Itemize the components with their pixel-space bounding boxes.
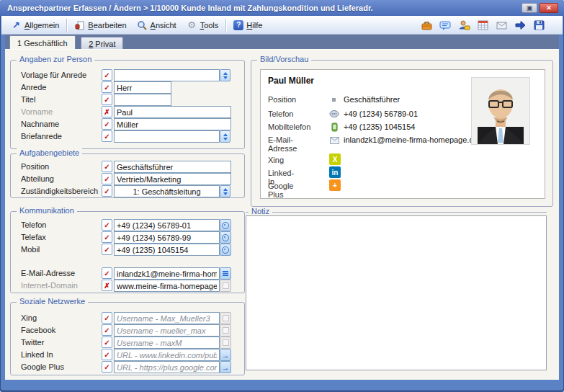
check-button[interactable] [102,161,112,172]
check-button[interactable] [102,185,112,197]
menu-label: Tools [200,21,219,30]
restore-button[interactable] [522,3,537,13]
table-icon[interactable] [476,19,489,32]
check-button[interactable] [102,94,112,105]
check-button[interactable] [102,244,112,255]
field-label: E-Mail-Adresse [21,269,75,277]
preview-value: inlandzk1@meine-firma-homepage.de [344,135,478,144]
preview-label: Mobiltelefon [268,122,310,131]
check-icon [104,270,109,277]
open-link-button[interactable] [220,361,231,373]
preview-label: Google Plus [268,182,293,199]
field-label: Google Plus [21,362,64,371]
menu-item-ansicht[interactable]: Ansicht [132,18,182,32]
phone-icon [329,110,339,119]
field-label: Position [21,162,49,171]
check-icon [104,351,109,359]
preview-value: +49 (1234) 56789-01 [344,110,418,118]
x-button[interactable] [102,280,112,291]
email-menu-button[interactable] [220,267,231,280]
check-button[interactable] [102,173,112,184]
tab-geschaeftlich[interactable]: 1 Geschäftlich [9,35,76,49]
check-icon [104,71,109,79]
dropdown-spinner[interactable] [220,185,230,197]
internet-domain-input[interactable] [114,280,220,292]
abteilung-input[interactable] [114,173,231,185]
title-bar: Ansprechpartner Erfassen / Ändern > 1/10… [0,0,564,16]
menu-label: Allgemein [24,21,59,30]
check-button[interactable] [102,324,112,336]
position-input[interactable] [114,161,231,173]
menu-label: Hilfe [246,21,262,30]
briefanrede-input[interactable] [114,130,220,143]
check-icon [104,163,109,171]
anrede-input[interactable] [114,81,171,94]
dial-button[interactable] [220,231,231,244]
close-button[interactable] [540,3,558,13]
dropdown-spinner[interactable] [220,69,230,81]
dropdown-spinner[interactable] [220,130,230,143]
vorname-input[interactable] [114,106,231,118]
linkedin-input[interactable] [114,349,220,361]
field-label: Abteilung [21,174,54,183]
facebook-input[interactable] [114,324,220,337]
check-button[interactable] [102,118,112,130]
xing-input[interactable] [114,312,220,324]
check-button[interactable] [102,312,112,324]
check-icon [104,221,109,229]
vorlage-anrede-input[interactable] [114,69,220,81]
menu-item-tools[interactable]: ⚙ Tools [182,18,224,32]
check-button[interactable] [102,349,112,360]
zustaendigkeitsbereich-input[interactable] [114,185,220,197]
dial-button[interactable] [220,219,231,231]
field-label: Twitter [21,338,44,347]
disabled-button [220,280,231,292]
menu-item-allgemein[interactable]: ↗ Allgemein [6,18,64,32]
mail-icon[interactable] [495,19,508,32]
check-button[interactable] [102,81,112,93]
check-button[interactable] [102,267,112,279]
menu-item-hilfe[interactable]: Hilfe [228,19,267,32]
magnifier-icon [137,19,148,30]
field-label: Vorlage für Anrede [21,71,86,79]
field-label: Telefon [21,220,46,229]
open-link-button[interactable] [220,349,231,361]
dial-button[interactable] [220,244,231,256]
menu-item-bearbeiten[interactable]: Bearbeiten [69,18,131,32]
user-card-icon[interactable] [457,19,470,32]
group-bild-vorschau: Bild/Vorschau Paul Müller Position Gesch… [251,60,553,207]
check-button[interactable] [102,219,112,231]
mobil-input[interactable] [114,244,220,256]
menu-lines-icon [223,271,228,272]
check-button[interactable] [102,69,112,81]
telefax-input[interactable] [114,231,220,244]
telefon-input[interactable] [114,219,220,231]
check-icon [104,96,109,104]
x-button[interactable] [102,106,112,117]
twitter-input[interactable] [114,337,220,349]
googleplus-input[interactable] [114,361,220,373]
check-icon [104,233,109,241]
note-textarea[interactable] [246,215,547,370]
chat-card-icon[interactable] [439,19,452,32]
forward-arrow-icon[interactable] [514,19,527,32]
down-arrow-icon [223,192,228,195]
xing-icon[interactable]: X [329,153,341,165]
save-icon[interactable] [532,19,545,32]
field-label: Nachname [21,120,59,128]
titel-input[interactable] [114,94,171,106]
linkedin-icon[interactable]: in [329,166,341,178]
dial-icon [222,222,229,229]
check-button[interactable] [102,130,112,142]
menu-bar: ↗ Allgemein Bearbeiten Ansicht ⚙ Tools H… [1,16,563,35]
tab-privat[interactable]: 2 Privat [81,37,123,50]
googleplus-icon[interactable]: + [329,179,341,191]
email-input[interactable] [114,267,220,280]
x-icon [104,108,109,116]
check-button[interactable] [102,361,112,373]
nachname-input[interactable] [114,118,231,130]
check-button[interactable] [102,337,112,348]
check-button[interactable] [102,231,112,243]
up-arrow-icon [223,133,228,136]
briefcase-icon[interactable] [420,19,433,32]
